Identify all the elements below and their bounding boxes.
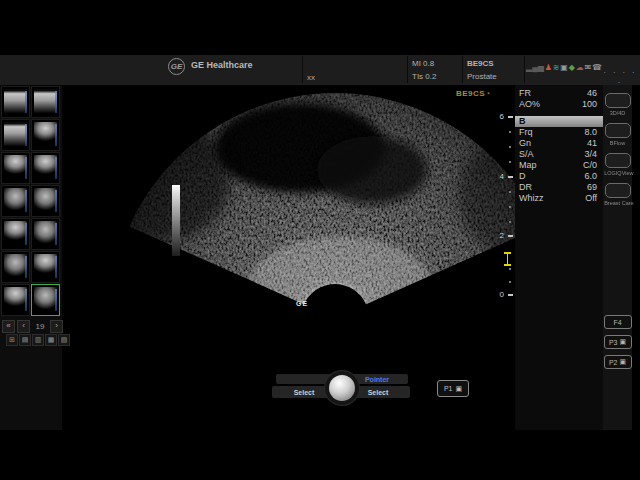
depth-tick [508,116,513,118]
thumbnail[interactable] [1,152,30,184]
thumbnail[interactable] [31,86,60,118]
depth-label: 6 [492,112,504,121]
param-value: 6.0 [584,171,597,182]
image-icon[interactable]: ▦ [45,334,57,346]
system-status-icons: ▂▄▅ ♟ ≋ ▣ ◆ ☁ ✉ ☎ [526,63,602,73]
depth-minor-tick [509,221,511,223]
mode-3d4d-button[interactable] [605,93,631,108]
thumbnail-selected[interactable] [31,284,60,316]
param-label: Map [519,160,537,171]
clipboard-panel: « ‹ 19 › ⊞ ▤ ▥ ▦ ▧ [0,85,62,430]
overflow-menu-dots[interactable]: · · · · · [601,67,639,87]
thumbnail[interactable] [1,251,30,283]
first-page-button[interactable]: « [2,320,15,333]
trackball-top-left-button[interactable] [276,374,336,384]
tis-readout: TIs 0.2 [412,72,436,81]
select-left-button[interactable]: Select [272,386,336,398]
depth-minor-tick [509,131,511,133]
param-value: 69 [587,182,597,193]
thumbnail[interactable] [1,185,30,217]
print-icon: ▣ [455,385,462,393]
thumbnail[interactable] [1,86,30,118]
preset-name[interactable]: Prostate [467,72,497,81]
p2-label: P2 [609,359,618,366]
param-value: 3/4 [584,149,597,160]
thumbnail-grid [1,86,61,316]
right-button-rail: 3D/4D BFlow LOGIQView Breast Care F4 P3 … [603,85,632,430]
depth-minor-tick [509,146,511,148]
param-value: Off [585,193,597,204]
trackball[interactable] [329,375,355,401]
param-label: S/A [519,149,534,160]
cloud-icon: ☁ [576,63,584,73]
divider [302,56,303,83]
ultrasound-image [100,86,540,320]
thumbnail[interactable] [1,284,30,316]
select-right-button[interactable]: Select [346,386,410,398]
param-value: 8.0 [584,127,597,138]
p3-button[interactable]: P3 ▣ [604,335,632,349]
ultrasound-screen: GE GE Healthcare xx MI 0.8 TIs 0.2 BE9CS… [0,0,640,480]
active-mode-row[interactable]: B [515,116,603,127]
print-icon: ▣ [619,338,626,346]
probe-icon: ♟ [545,63,552,73]
thumbnail[interactable] [31,251,60,283]
delete-icon[interactable]: ▤ [19,334,31,346]
param-value: C/0 [583,160,597,171]
p1-button[interactable]: P1 ▣ [437,380,469,397]
depth-tick [508,176,513,178]
clipboard-toolbar: ⊞ ▤ ▥ ▦ ▧ [6,334,70,346]
depth-minor-tick [509,191,511,193]
probe-name: BE9CS [467,59,494,68]
camera-icon: ▣ [560,63,568,73]
grayscale-bar [172,185,180,256]
bflow-button[interactable] [605,123,631,138]
thumbnail[interactable] [31,119,60,151]
print-icon: ▣ [619,358,626,366]
save-icon[interactable]: ▥ [32,334,44,346]
ge-watermark: GE [296,300,308,307]
divider [407,56,408,83]
breast-care-button[interactable] [605,183,631,198]
export-icon[interactable]: ▧ [58,334,70,346]
function-keys: F4 P3 ▣ P2 ▣ [603,315,632,375]
thumbnail[interactable] [1,218,30,250]
param-label: AO% [519,99,540,110]
f4-button[interactable]: F4 [604,315,632,329]
brand-title: GE Healthcare [191,60,253,70]
thumbnail[interactable] [31,185,60,217]
thumbnail[interactable] [31,152,60,184]
depth-tick [508,235,513,237]
prev-page-button[interactable]: ‹ [17,320,30,333]
p1-label: P1 [444,385,453,392]
depth-minor-tick [509,161,511,163]
focus-marker-icon[interactable] [504,252,511,266]
mi-readout: MI 0.8 [412,59,434,68]
param-label: Whizz [519,193,544,204]
depth-label: 0 [492,290,504,299]
param-label: D [519,171,526,182]
pointer-button[interactable]: Pointer [346,374,408,384]
p2-button[interactable]: P2 ▣ [604,355,632,369]
param-value: 41 [587,138,597,149]
next-page-button[interactable]: › [50,320,63,333]
network-icon: ◆ [569,63,575,73]
thumbnail[interactable] [31,218,60,250]
mode-3d4d-label: 3D/4D [604,110,631,116]
layout-grid-icon[interactable]: ⊞ [6,334,18,346]
probe-label: BE9CS▪ [456,89,490,98]
depth-label: 2 [492,231,504,240]
param-value: 46 [587,88,597,99]
clipboard-pagination: « ‹ 19 › [2,320,63,333]
page-number: 19 [32,322,48,331]
param-label: Gn [519,138,531,149]
thumbnail[interactable] [1,119,30,151]
depth-minor-tick [509,281,511,283]
logiqview-button[interactable] [605,153,631,168]
ge-logo-icon: GE [168,58,185,75]
param-label: DR [519,182,532,193]
p3-label: P3 [609,339,618,346]
patient-id-field[interactable]: xx [307,73,315,82]
bflow-label: BFlow [604,140,631,146]
top-status-bar: GE GE Healthcare xx MI 0.8 TIs 0.2 BE9CS… [0,55,640,86]
